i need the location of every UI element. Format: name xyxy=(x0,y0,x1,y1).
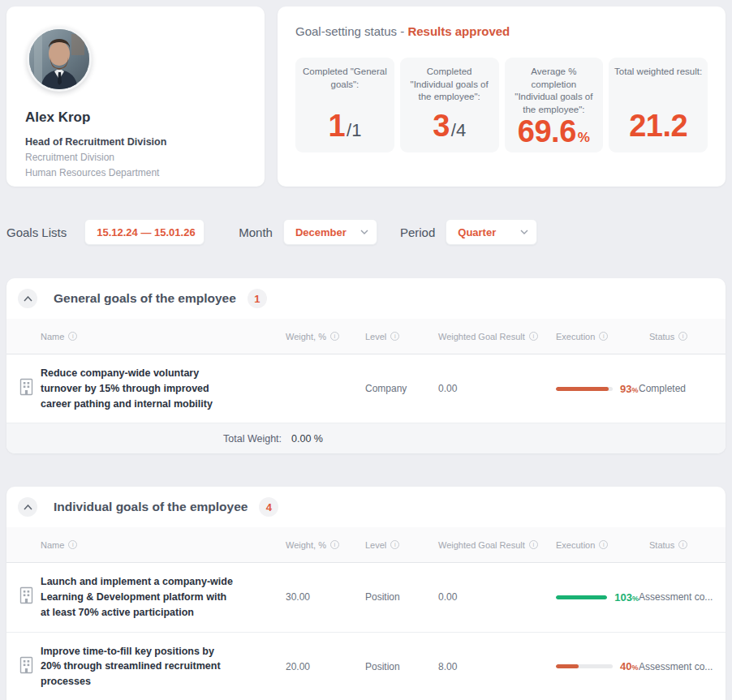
period-select[interactable]: Quarter xyxy=(446,219,537,245)
goals-lists-select[interactable]: 15.12.24 — 15.01.26 xyxy=(84,219,205,245)
profile-division: Recruitment Division xyxy=(25,152,246,163)
stats-row: Completed "General goals":1/1Completed "… xyxy=(295,58,708,152)
chevron-up-icon xyxy=(24,505,32,510)
building-icon xyxy=(18,655,35,678)
execution-percent: 40% xyxy=(620,660,638,672)
column-header-label: Level xyxy=(365,540,386,550)
filters-bar: Goals Lists 15.12.24 — 15.01.26 Month De… xyxy=(6,219,726,245)
stat-value: 21.2 xyxy=(614,110,703,141)
individual-goals-section: Individual goals of the employee 4 Namei… xyxy=(6,487,726,700)
column-header-level: Leveli xyxy=(326,540,403,550)
column-header-execution: Executioni xyxy=(533,332,639,341)
goal-weight: 30.00 xyxy=(245,591,326,603)
info-icon[interactable]: i xyxy=(599,332,608,341)
goal-row[interactable]: Improve time-to-fill key positions by 20… xyxy=(6,633,726,700)
stat-box: Completed "Individual goals of the emplo… xyxy=(400,58,499,152)
info-icon[interactable]: i xyxy=(390,540,399,549)
total-weight-value: 0.00 % xyxy=(291,433,323,444)
goal-icon-cell xyxy=(6,377,41,400)
goal-name: Improve time-to-fill key positions by 20… xyxy=(41,633,245,700)
table-header: NameiWeight, %iLeveliWeighted Goal Resul… xyxy=(6,319,726,354)
column-header-level: Leveli xyxy=(326,332,403,341)
goal-weighted-result: 0.00 xyxy=(403,383,533,394)
execution-percent: 93% xyxy=(620,383,638,395)
column-header-label: Execution xyxy=(556,540,595,550)
goal-row[interactable]: Reduce company-wide voluntary turnover b… xyxy=(6,354,726,423)
section-header: General goals of the employee 1 xyxy=(6,278,726,319)
goal-execution: 40% xyxy=(533,660,639,672)
period-label: Period xyxy=(400,225,435,239)
avatar xyxy=(27,27,92,92)
stat-label: Average % completion "Individual goals o… xyxy=(510,66,599,116)
column-header-status: Statusi xyxy=(639,540,726,550)
info-icon[interactable]: i xyxy=(390,332,399,341)
execution-bar-fill xyxy=(556,595,607,599)
profile-card: Alex Krop Head of Recruitment Division R… xyxy=(6,6,265,187)
stat-suffix: % xyxy=(578,131,590,144)
table-body: Launch and implement a company-wide Lear… xyxy=(6,563,726,700)
execution-bar-fill xyxy=(556,387,609,391)
stat-label: Total weighted result: xyxy=(614,66,703,79)
execution-bar xyxy=(556,387,613,391)
column-header-label: Status xyxy=(649,332,674,341)
chevron-up-icon xyxy=(24,296,32,302)
column-header-label: Weight, % xyxy=(286,332,326,341)
section-header: Individual goals of the employee 4 xyxy=(6,487,726,527)
stat-value: 1/1 xyxy=(300,110,390,141)
status-title: Goal-setting status - Results approved xyxy=(295,24,708,38)
stat-number: 3 xyxy=(433,110,450,141)
stat-suffix: /1 xyxy=(347,122,361,140)
profile-name: Alex Krop xyxy=(25,110,246,126)
goal-status: Completed xyxy=(639,383,726,394)
stat-label: Completed "General goals": xyxy=(300,66,390,91)
goal-row[interactable]: Launch and implement a company-wide Lear… xyxy=(6,563,726,632)
info-icon[interactable]: i xyxy=(678,332,687,341)
collapse-section-button[interactable] xyxy=(18,497,37,517)
column-header-weighted-goal-result: Weighted Goal Resulti xyxy=(403,540,533,550)
stat-value: 3/4 xyxy=(405,110,494,141)
column-header-label: Name xyxy=(41,540,64,550)
info-icon[interactable]: i xyxy=(599,540,608,549)
table-body: Reduce company-wide voluntary turnover b… xyxy=(6,354,726,423)
status-value: Results approved xyxy=(407,24,510,38)
goal-execution: 93% xyxy=(533,383,639,395)
column-header-label: Name xyxy=(41,332,64,341)
goal-status: Assessment co... xyxy=(639,661,726,672)
month-select[interactable]: December xyxy=(283,219,377,245)
goal-weighted-result: 8.00 xyxy=(403,661,533,672)
goal-name: Launch and implement a company-wide Lear… xyxy=(41,563,245,631)
stat-box: Completed "General goals":1/1 xyxy=(295,58,394,152)
profile-job-title: Head of Recruitment Division xyxy=(25,136,246,148)
stat-box: Average % completion "Individual goals o… xyxy=(505,58,604,152)
column-header-execution: Executioni xyxy=(533,540,639,550)
table-header: NameiWeight, %iLeveliWeighted Goal Resul… xyxy=(6,527,726,563)
goal-status: Assessment co... xyxy=(639,591,726,603)
goal-count-badge: 1 xyxy=(248,289,267,308)
info-icon[interactable]: i xyxy=(68,540,77,549)
goal-level: Company xyxy=(326,383,403,394)
column-header-label: Weighted Goal Result xyxy=(438,332,525,341)
goal-count-badge: 4 xyxy=(259,497,278,517)
info-icon[interactable]: i xyxy=(678,540,687,549)
chevron-down-icon xyxy=(360,230,368,234)
goal-name: Reduce company-wide voluntary turnover b… xyxy=(41,354,245,423)
general-goals-section: General goals of the employee 1 NameiWei… xyxy=(6,278,726,453)
stat-label: Completed "Individual goals of the emplo… xyxy=(405,66,494,104)
goal-icon-cell xyxy=(6,586,41,608)
column-header-label: Level xyxy=(365,332,386,341)
execution-bar xyxy=(556,664,613,668)
column-header-weight-: Weight, %i xyxy=(245,540,326,550)
stat-suffix: /4 xyxy=(451,122,466,140)
goals-lists-label: Goals Lists xyxy=(6,225,67,239)
column-header-name: Namei xyxy=(41,540,245,550)
stat-number: 69.6 xyxy=(518,116,576,147)
collapse-section-button[interactable] xyxy=(18,289,37,308)
total-weight-row: Total Weight: 0.00 % xyxy=(6,423,726,453)
execution-percent: 103% xyxy=(614,591,639,603)
info-icon[interactable]: i xyxy=(68,332,77,341)
section-title: Individual goals of the employee xyxy=(54,500,248,514)
goal-level: Position xyxy=(326,591,403,603)
column-header-weighted-goal-result: Weighted Goal Resulti xyxy=(403,332,533,341)
column-header-label: Weighted Goal Result xyxy=(438,540,525,550)
page: Alex Krop Head of Recruitment Division R… xyxy=(0,0,732,700)
